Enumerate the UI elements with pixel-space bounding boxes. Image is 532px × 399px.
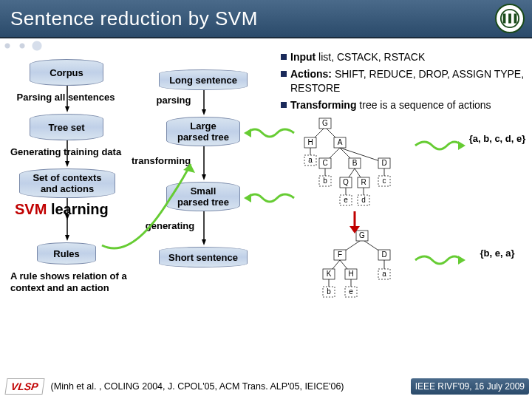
institution-logo-icon [495, 4, 525, 33]
svg-marker-5 [65, 106, 69, 112]
bullet-icon [281, 71, 287, 77]
svg-text:A: A [338, 138, 343, 146]
label-svm-red: SVM [15, 201, 47, 217]
tree-large: G H A a C B D b Q R c e d [296, 117, 421, 223]
svg-text:c: c [383, 177, 386, 185]
svg-text:b: b [327, 287, 331, 296]
svg-marker-13 [202, 109, 206, 115]
bullet-input: Input list, CSTACK, RSTACK [281, 50, 525, 64]
set-b: {b, e, a} [464, 248, 531, 259]
wavy-arrow-right-icon [414, 138, 466, 156]
svg-text:a: a [382, 270, 386, 278]
svg-text:b: b [323, 177, 327, 185]
arrow-down-icon [202, 90, 206, 118]
arrow-down-icon [202, 211, 206, 248]
wavy-arrow-left-icon [244, 191, 296, 208]
svg-text:Q: Q [343, 178, 349, 186]
vlsp-logo: VLSP [4, 378, 44, 395]
svg-marker-20 [244, 194, 251, 202]
bullet-icon [281, 102, 287, 108]
svg-marker-18 [183, 164, 195, 173]
arrow-down-red-icon [347, 211, 362, 236]
svg-text:C: C [322, 159, 327, 167]
wavy-arrow-right-icon [414, 253, 466, 270]
conference-badge: IEEE RIVF'09, 16 July 2009 [411, 378, 529, 395]
svg-text:H: H [348, 270, 353, 278]
svg-text:K: K [327, 270, 332, 278]
set-a: {a, b, c, d, e} [464, 133, 531, 145]
svg-text:D: D [381, 250, 386, 259]
bullet-icon [281, 54, 287, 60]
svg-text:B: B [352, 159, 358, 167]
arrow-down-icon [65, 219, 69, 244]
label-parsing-all: Parsing all sentences [3, 92, 129, 103]
bullet-list: Input list, CSTACK, RSTACK Actions: SHIF… [281, 50, 525, 115]
curve-arrow-icon [95, 157, 198, 256]
svg-marker-19 [244, 129, 251, 137]
label-rule-note: A rule shows relation of a context and a… [10, 270, 158, 293]
bullet-input-tail: list, CSTACK, RSTACK [316, 51, 425, 63]
svg-marker-11 [65, 235, 69, 241]
svg-text:e: e [344, 196, 348, 204]
svg-marker-15 [202, 174, 206, 180]
svg-text:R: R [361, 178, 366, 186]
svg-marker-85 [349, 226, 360, 233]
label-parsing: parsing [151, 95, 196, 106]
svg-text:G: G [322, 119, 328, 127]
titlebar: Sentence reduction by SVM [0, 0, 532, 38]
wavy-arrow-left-icon [244, 126, 296, 143]
node-tree-set: Tree set [30, 114, 103, 140]
svg-marker-17 [202, 239, 206, 245]
arrow-down-icon [202, 146, 206, 183]
bullet-transform: Transforming tree is a sequence of actio… [281, 98, 525, 112]
svg-text:d: d [361, 196, 366, 204]
bullet-transform-head: Transforming [290, 99, 356, 111]
bullet-transform-tail: tree is a sequence of actions [356, 99, 491, 111]
node-corpus: Corpus [30, 59, 103, 86]
page-title: Sentence reduction by SVM [10, 7, 258, 30]
svg-text:a: a [308, 156, 313, 164]
svg-rect-3 [514, 13, 517, 23]
svg-text:D: D [381, 159, 386, 167]
svg-marker-7 [65, 161, 69, 167]
svg-text:H: H [307, 138, 313, 146]
diagram-content: Input list, CSTACK, RSTACK Actions: SHIF… [0, 46, 532, 374]
citation-text: (Minh et al. , COLING 2004, J. CPOL'05, … [51, 381, 344, 392]
node-long-sentence: Long sentence [159, 69, 248, 90]
node-large-tree: Large parsed tree [166, 117, 240, 146]
svg-rect-2 [508, 13, 511, 23]
node-rules: Rules [37, 242, 96, 265]
bullet-actions: Actions: SHIFT, REDUCE, DROP, ASSIGN TYP… [281, 67, 525, 95]
svg-line-28 [340, 148, 384, 163]
svg-text:e: e [349, 287, 353, 296]
bullet-actions-head: Actions: [290, 68, 332, 80]
svg-rect-1 [503, 13, 506, 23]
footer: VLSP (Minh et al. , COLING 2004, J. CPOL… [0, 374, 532, 399]
tree-small: G F D K H a b e [310, 229, 421, 303]
bullet-input-head: Input [290, 51, 316, 63]
svg-text:F: F [338, 250, 342, 259]
